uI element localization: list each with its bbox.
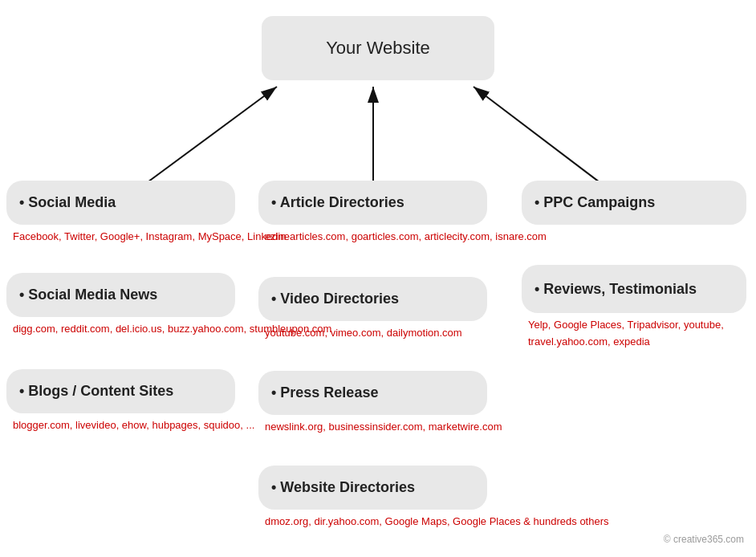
social-media-news-box: Social Media News: [6, 273, 235, 317]
social-media-text: Facebook, Twitter, Google+, Instagram, M…: [13, 229, 286, 246]
reviews-box: Reviews, Testimonials: [522, 265, 746, 313]
social-media-label: Social Media: [6, 194, 116, 211]
social-media-box: Social Media: [6, 181, 235, 225]
reviews-label: Reviews, Testimonials: [522, 281, 697, 298]
video-dir-box: Video Directories: [258, 277, 487, 321]
website-dir-text: dmoz.org, dir.yahoo.com, Google Maps, Go…: [265, 514, 609, 531]
article-dir-box: Article Directories: [258, 181, 487, 225]
diagram: Your Website Social Media Facebook, Twit…: [0, 0, 756, 557]
video-dir-text: youtube.com, vimeo.com, dailymotion.com: [265, 325, 462, 342]
ppc-label: PPC Campaigns: [522, 194, 655, 211]
social-media-news-label: Social Media News: [6, 287, 157, 303]
press-release-label: Press Release: [258, 384, 378, 401]
blogs-text: blogger.com, livevideo, ehow, hubpages, …: [13, 417, 254, 434]
your-website-label: Your Website: [326, 38, 430, 59]
article-dir-text: ezinearticles.com, goarticles.com, artic…: [265, 229, 547, 246]
reviews-text: Yelp, Google Places, Tripadvisor, youtub…: [528, 317, 756, 351]
copyright: © creative365.com: [664, 534, 744, 545]
press-release-box: Press Release: [258, 371, 487, 415]
video-dir-label: Video Directories: [258, 291, 399, 307]
website-dir-box: Website Directories: [258, 466, 487, 510]
article-dir-label: Article Directories: [258, 194, 404, 211]
blogs-label: Blogs / Content Sites: [6, 383, 173, 400]
press-release-text: newslink.org, businessinsider.com, marke…: [265, 419, 502, 436]
blogs-box: Blogs / Content Sites: [6, 369, 235, 413]
your-website-box: Your Website: [262, 16, 494, 80]
ppc-box: PPC Campaigns: [522, 181, 746, 225]
website-dir-label: Website Directories: [258, 479, 415, 496]
